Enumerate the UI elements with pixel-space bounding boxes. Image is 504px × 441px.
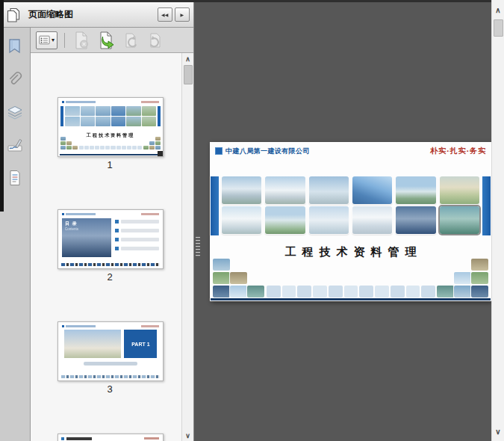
photo-cell	[126, 106, 141, 116]
corner-photo	[213, 272, 230, 284]
thumbnail-options-button[interactable]: ▾	[36, 31, 57, 49]
options-list-icon	[39, 34, 50, 46]
mini-photo	[60, 141, 66, 145]
document-page: 中建八局第一建设有限公司 朴实·扎实·务实 工程技术资料管理	[210, 142, 491, 301]
photo-cell	[96, 117, 111, 126]
mini-slogan-text	[144, 437, 159, 440]
expand-panel-button[interactable]: ▶	[175, 7, 190, 22]
panel-scrollbar-thumb[interactable]	[184, 65, 193, 84]
pdf-reader-window: 页面缩略图 ◀◀ ▶	[0, 0, 504, 441]
mini-building-photo	[64, 330, 121, 358]
page-1-preview[interactable]: 工程技术资料管理	[57, 97, 164, 157]
project-photo	[309, 206, 349, 234]
photo-cell	[65, 106, 80, 116]
document-scroll-down-button[interactable]: ∨	[492, 425, 504, 437]
delete-pages-button	[72, 30, 91, 50]
project-photo	[309, 176, 349, 204]
page-4-preview[interactable]	[57, 434, 164, 441]
page-3-thumbnail[interactable]: PART 1 3	[57, 321, 162, 395]
page-4-thumbnail[interactable]	[57, 434, 162, 441]
slide-title: 工程技术资料管理	[210, 245, 491, 259]
extract-pages-button[interactable]	[96, 30, 116, 50]
project-photo	[222, 176, 261, 204]
mini-bottom-line	[60, 154, 161, 155]
page-number-label: 2	[57, 271, 162, 283]
mini-photo	[66, 146, 72, 149]
corner-photo	[247, 286, 264, 297]
layers-icon[interactable]	[4, 102, 25, 122]
mini-logo	[62, 213, 64, 215]
selection-handle[interactable]	[158, 151, 163, 156]
photo-cell	[81, 106, 96, 116]
mini-company-text	[66, 101, 96, 103]
mini-photo	[155, 141, 161, 145]
corner-photo	[471, 286, 488, 297]
page-2-preview[interactable]: 目 录 Contents	[57, 209, 164, 269]
mini-photo	[149, 141, 155, 145]
panel-scroll-down-button[interactable]: ∨	[182, 430, 193, 441]
blue-side-bar	[482, 176, 491, 235]
project-photo	[440, 206, 479, 234]
corner-photo	[230, 286, 247, 297]
collapse-panel-button[interactable]: ◀◀	[158, 7, 172, 22]
window-top-edge	[0, 0, 491, 2]
mini-photo-grid	[65, 106, 156, 126]
document-scroll-up-button[interactable]: ∧	[492, 4, 504, 16]
window-left-edge	[0, 0, 4, 212]
mini-bottom-strip	[61, 375, 160, 378]
mini-photo	[155, 146, 161, 149]
mini-blue-bar	[60, 106, 63, 126]
corner-photo	[437, 286, 454, 297]
panel-body: ▾	[0, 28, 193, 441]
project-photo	[396, 206, 435, 234]
mini-toc-items	[115, 220, 159, 256]
bookmarks-icon[interactable]	[4, 37, 25, 56]
mini-photo	[149, 146, 155, 149]
project-photo-grid	[222, 176, 479, 236]
corner-photo	[213, 259, 230, 271]
signatures-icon[interactable]	[4, 135, 25, 155]
chevron-down-icon: ▾	[52, 37, 55, 43]
mini-slogan-text	[141, 213, 159, 215]
mini-logo	[62, 325, 64, 327]
attachments-icon[interactable]	[4, 70, 25, 89]
toolbar-separator	[64, 33, 65, 48]
rotate-counterclockwise-button	[121, 30, 140, 50]
mini-photo	[60, 146, 66, 149]
collapse-icon: ◀◀	[161, 13, 168, 17]
mini-photo	[143, 146, 149, 149]
project-photo	[352, 176, 392, 204]
panel-title: 页面缩略图	[28, 8, 155, 21]
project-photo	[222, 206, 261, 234]
document-scrollbar[interactable]: ∧ ∨	[491, 0, 504, 441]
chevron-up-icon: ∧	[495, 6, 500, 14]
photo-cell	[65, 117, 80, 126]
mini-blue-bar	[158, 106, 161, 126]
mini-part-box: PART 1	[124, 330, 157, 358]
mini-caption-text	[84, 362, 137, 366]
mini-photo	[72, 146, 78, 149]
corner-photo	[213, 286, 230, 297]
chevron-down-icon: ∨	[185, 432, 190, 440]
photo-cell	[96, 106, 111, 116]
photo-cell	[111, 106, 126, 116]
mini-company-text	[66, 325, 96, 327]
panel-splitter-grip[interactable]	[196, 237, 200, 258]
company-logo	[215, 147, 223, 155]
pale-square-row	[267, 286, 435, 297]
page-1-thumbnail[interactable]: 工程技术资料管理	[57, 97, 162, 170]
page-3-preview[interactable]: PART 1	[57, 321, 164, 381]
document-scrollbar-thumb[interactable]	[494, 19, 503, 37]
mini-slogan-text	[141, 101, 159, 103]
expand-icon: ▶	[181, 13, 184, 17]
project-photo	[265, 176, 305, 204]
corner-photo	[471, 272, 488, 284]
panel-scrollbar[interactable]: ∧ ∨	[181, 53, 193, 441]
corner-photo	[454, 272, 471, 284]
page-2-thumbnail[interactable]: 目 录 Contents	[57, 209, 162, 283]
panel-scroll-up-button[interactable]: ∧	[182, 53, 193, 64]
mini-company-text	[66, 213, 96, 215]
content-icon[interactable]	[4, 168, 25, 188]
corner-photo	[230, 272, 247, 284]
photo-cell	[81, 117, 96, 126]
